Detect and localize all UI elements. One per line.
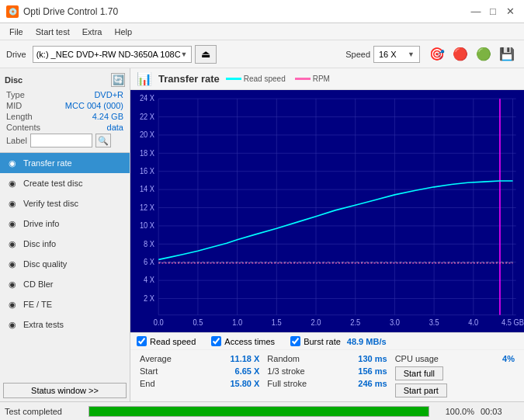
app-title: Opti Drive Control 1.70 — [23, 6, 118, 17]
speed-label: Speed — [345, 50, 370, 59]
legend-rpm: RPM — [295, 75, 330, 83]
nav-icon-disc-quality: ◉ — [6, 258, 19, 270]
nav-label-create-test: Create test disc — [23, 179, 82, 188]
stat-fullstroke-value: 246 ms — [349, 379, 387, 388]
stat-end-label: End — [140, 379, 155, 388]
stat-fullstroke-label: Full stroke — [267, 379, 307, 388]
svg-text:4 X: 4 X — [144, 276, 154, 284]
status-window-button[interactable]: Status window >> — [3, 383, 127, 398]
disc-length-row: Length 4.24 GB — [5, 112, 125, 121]
svg-text:4.5 GB: 4.5 GB — [501, 318, 524, 327]
speed-value: 16 X — [379, 50, 397, 59]
disc-label-input[interactable] — [30, 134, 92, 148]
start-part-button[interactable]: Start part — [395, 384, 447, 397]
disc-refresh-button[interactable]: 🔄 — [111, 73, 125, 87]
nav-label-verify-test: Verify test disc — [23, 199, 78, 208]
progress-text: 100.0% — [436, 407, 474, 416]
nav-cd-bler[interactable]: ◉ CD Bler — [0, 274, 130, 294]
stats-col1: Average 11.18 X Start 6.65 X End 15.80 X — [137, 352, 262, 399]
svg-text:3.0: 3.0 — [390, 318, 400, 327]
checkbox-access-times: Access times — [211, 336, 275, 346]
svg-text:1.5: 1.5 — [272, 318, 282, 327]
progress-bar-container — [88, 406, 429, 417]
nav-drive-info[interactable]: ◉ Drive info — [0, 213, 130, 234]
checkbox-read-speed-label: Read speed — [150, 337, 196, 346]
minimize-button[interactable]: — — [468, 4, 484, 19]
chart-title: Transfer rate — [158, 73, 220, 85]
svg-text:14 X: 14 X — [140, 185, 155, 193]
stats-col3: CPU usage 4% Start full Start part — [392, 352, 518, 399]
svg-text:22 X: 22 X — [140, 113, 155, 121]
menu-help[interactable]: Help — [108, 26, 138, 38]
nav-disc-quality[interactable]: ◉ Disc quality — [0, 254, 130, 274]
stat-cpu-value: 4% — [476, 354, 515, 363]
maximize-button[interactable]: □ — [485, 4, 501, 19]
disc-contents-value: data — [107, 123, 123, 132]
main-content: Disc 🔄 Type DVD+R MID MCC 004 (000) Leng… — [0, 68, 524, 401]
chart-header: 📊 Transfer rate Read speed RPM — [130, 68, 524, 90]
nav-create-test-disc[interactable]: ◉ Create test disc — [0, 173, 130, 193]
speed-section: Speed 16 X ▼ — [345, 46, 420, 63]
disc-length-value: 4.24 GB — [92, 112, 123, 121]
nav-label-fe-te: FE / TE — [23, 300, 52, 309]
disc-section: Disc 🔄 Type DVD+R MID MCC 004 (000) Leng… — [0, 68, 130, 153]
nav-disc-info[interactable]: ◉ Disc info — [0, 234, 130, 254]
speed-combo[interactable]: 16 X ▼ — [373, 46, 420, 63]
nav-icon-drive-info: ◉ — [6, 217, 19, 230]
drive-label: Drive — [6, 50, 26, 59]
sidebar: Disc 🔄 Type DVD+R MID MCC 004 (000) Leng… — [0, 68, 130, 401]
stat-stroke13-value: 156 ms — [349, 366, 387, 376]
close-button[interactable]: ✕ — [502, 4, 518, 19]
svg-text:8 X: 8 X — [144, 239, 154, 248]
nav-icon-extra-tests: ◉ — [6, 318, 19, 331]
stat-start-label: Start — [140, 366, 158, 376]
stat-end-row: End 15.80 X — [137, 377, 262, 390]
menu-extra[interactable]: Extra — [76, 26, 109, 38]
disc-title: Disc — [5, 75, 23, 85]
toolbar-icon-3[interactable]: 🟢 — [473, 44, 495, 64]
drive-combo-text: (k:) _NEC DVD+-RW ND-3650A 108C — [36, 50, 181, 59]
nav-extra-tests[interactable]: ◉ Extra tests — [0, 314, 130, 335]
stat-average-label: Average — [140, 354, 172, 363]
status-bar: Test completed 100.0% 00:03 — [0, 401, 524, 420]
disc-mid-value: MCC 004 (000) — [65, 101, 123, 110]
disc-contents-row: Contents data — [5, 123, 125, 132]
menu-bar: File Start test Extra Help — [0, 23, 524, 40]
nav-label-drive-info: Drive info — [23, 219, 59, 228]
stat-end-value: 15.80 X — [220, 379, 259, 388]
eject-button[interactable]: ⏏ — [195, 45, 217, 64]
nav-icon-transfer-rate: ◉ — [6, 157, 19, 169]
toolbar-save[interactable]: 💾 — [496, 44, 518, 64]
checkbox-access-times-label: Access times — [224, 337, 275, 346]
chart-svg: 24 X 22 X 20 X 18 X 16 X 14 X 12 X — [130, 90, 524, 332]
menu-file[interactable]: File — [3, 26, 29, 38]
checkbox-read-speed-input[interactable] — [137, 336, 147, 346]
start-full-button[interactable]: Start full — [395, 366, 443, 380]
stat-cpu-row: CPU usage 4% — [392, 352, 518, 365]
disc-mid-label: MID — [6, 101, 22, 110]
drive-combo[interactable]: (k:) _NEC DVD+-RW ND-3650A 108C ▼ — [33, 46, 192, 63]
nav-label-extra-tests: Extra tests — [23, 320, 64, 329]
chart-area: 📊 Transfer rate Read speed RPM — [130, 68, 524, 401]
menu-start-test[interactable]: Start test — [29, 26, 76, 38]
svg-text:12 X: 12 X — [140, 203, 155, 212]
stat-cpu-label: CPU usage — [395, 354, 439, 363]
checkbox-burst-rate-input[interactable] — [290, 336, 300, 346]
disc-label-button[interactable]: 🔍 — [95, 134, 111, 148]
toolbar-icon-2[interactable]: 🔴 — [449, 44, 471, 64]
svg-text:2.5: 2.5 — [350, 318, 360, 327]
nav-label-disc-info: Disc info — [23, 239, 56, 248]
svg-text:0.0: 0.0 — [154, 318, 164, 327]
stat-stroke13-label: 1/3 stroke — [267, 366, 304, 376]
disc-label-row: Label 🔍 — [5, 134, 125, 148]
nav-items: ◉ Transfer rate ◉ Create test disc ◉ Ver… — [0, 153, 130, 380]
chart-container: 24 X 22 X 20 X 18 X 16 X 14 X 12 X — [130, 90, 524, 332]
checkbox-access-times-input[interactable] — [211, 336, 221, 346]
toolbar-icon-1[interactable]: 🎯 — [426, 44, 448, 64]
disc-contents-label: Contents — [6, 123, 40, 132]
nav-verify-test-disc[interactable]: ◉ Verify test disc — [0, 193, 130, 213]
speed-dropdown-arrow: ▼ — [408, 50, 415, 58]
nav-transfer-rate[interactable]: ◉ Transfer rate — [0, 153, 130, 173]
nav-fe-te[interactable]: ◉ FE / TE — [0, 294, 130, 314]
nav-icon-verify-test: ◉ — [6, 197, 19, 210]
